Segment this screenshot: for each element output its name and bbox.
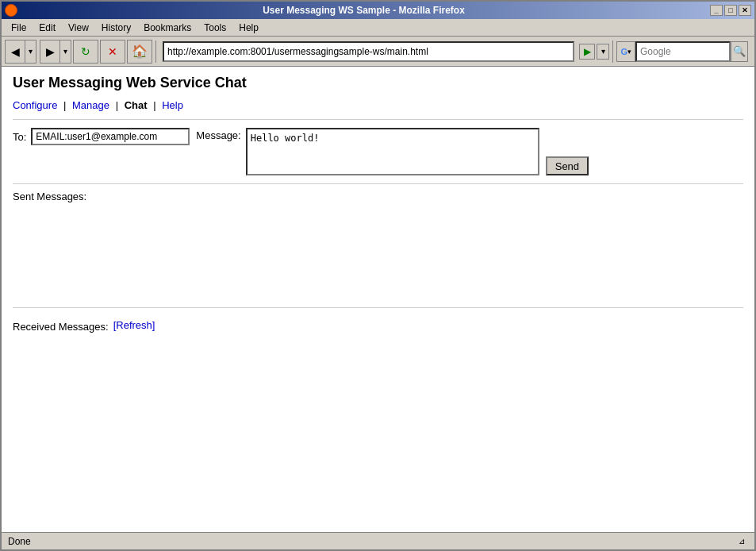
- search-area: G ▾ 🔍: [616, 41, 748, 62]
- app-icon: [5, 4, 17, 17]
- back-button[interactable]: ◀: [5, 40, 25, 64]
- search-go-button[interactable]: 🔍: [731, 41, 748, 62]
- google-icon: G: [620, 47, 627, 56]
- window-controls: _ □ ✕: [710, 5, 751, 16]
- received-messages-area: [13, 336, 743, 495]
- toolbar-separator2: [612, 40, 613, 63]
- back-forward-group: ◀ ▾: [5, 40, 36, 64]
- sent-messages-area: [13, 206, 743, 301]
- message-label: Message:: [196, 129, 240, 141]
- page-title: User Messaging Web Service Chat: [13, 75, 743, 91]
- to-label: To:: [13, 131, 26, 143]
- window-title: User Messaging WS Sample - Mozilla Firef…: [17, 5, 710, 16]
- nav-sep-2: |: [116, 99, 118, 111]
- nav-manage[interactable]: Manage: [72, 99, 109, 111]
- sent-separator: [13, 307, 743, 308]
- browser-window: User Messaging WS Sample - Mozilla Firef…: [0, 0, 756, 551]
- message-textarea[interactable]: Hello world!: [246, 128, 539, 175]
- title-bar: User Messaging WS Sample - Mozilla Firef…: [2, 2, 754, 19]
- refresh-link[interactable]: [Refresh]: [113, 319, 155, 331]
- close-button[interactable]: ✕: [739, 5, 751, 16]
- search-engine-button[interactable]: G ▾: [616, 41, 635, 62]
- message-section: Message: Hello world!: [196, 128, 539, 175]
- menu-bar: File Edit View History Bookmarks Tools H…: [2, 19, 754, 37]
- menu-history[interactable]: History: [95, 21, 137, 35]
- form-separator: [13, 183, 743, 184]
- menu-edit[interactable]: Edit: [33, 21, 62, 35]
- nav-sep-1: |: [63, 99, 66, 111]
- toolbar: ◀ ▾ ▶ ▾ ↻ ✕ 🏠 ▶ ▾ G ▾ 🔍: [2, 37, 754, 67]
- status-bar: Done ⊿: [2, 532, 754, 549]
- address-bar-group: ▶ ▾: [159, 41, 609, 62]
- menu-help[interactable]: Help: [232, 21, 265, 35]
- nav-separator: [13, 119, 743, 120]
- menu-file[interactable]: File: [5, 21, 33, 35]
- forward-dropdown[interactable]: ▾: [60, 40, 71, 64]
- received-section: Received Messages: [Refresh]: [13, 314, 743, 336]
- search-icon: 🔍: [733, 45, 746, 57]
- nav-configure[interactable]: Configure: [13, 99, 57, 111]
- send-button[interactable]: Send: [546, 156, 589, 175]
- minimize-button[interactable]: _: [710, 5, 723, 16]
- resize-handle[interactable]: ⊿: [735, 535, 748, 548]
- nav-help[interactable]: Help: [162, 99, 183, 111]
- address-bar: [163, 41, 574, 62]
- nav-links: Configure | Manage | Chat | Help: [13, 99, 743, 111]
- address-dropdown[interactable]: ▾: [597, 44, 609, 60]
- menu-bookmarks[interactable]: Bookmarks: [137, 21, 198, 35]
- received-messages-label: Received Messages:: [13, 321, 109, 333]
- to-section: To:: [13, 128, 190, 145]
- refresh-button[interactable]: ↻: [73, 40, 98, 64]
- go-button[interactable]: ▶: [579, 44, 595, 60]
- status-text: Done: [8, 536, 31, 547]
- home-button[interactable]: 🏠: [127, 40, 152, 64]
- to-input[interactable]: [31, 128, 190, 145]
- toolbar-separator: [155, 40, 156, 63]
- page-content: User Messaging Web Service Chat Configur…: [2, 67, 754, 532]
- forward-button[interactable]: ▶: [40, 40, 60, 64]
- content-area: User Messaging Web Service Chat Configur…: [2, 67, 754, 532]
- menu-view[interactable]: View: [62, 21, 95, 35]
- search-input[interactable]: [635, 41, 731, 62]
- nav-sep-3: |: [153, 99, 155, 111]
- sent-messages-label: Sent Messages:: [13, 191, 743, 202]
- forward-group: ▶ ▾: [40, 40, 71, 64]
- menu-tools[interactable]: Tools: [198, 21, 232, 35]
- stop-button[interactable]: ✕: [100, 40, 125, 64]
- search-engine-dropdown-icon: ▾: [627, 48, 631, 56]
- address-input[interactable]: [167, 46, 570, 57]
- back-dropdown[interactable]: ▾: [25, 40, 36, 64]
- maximize-button[interactable]: □: [724, 5, 737, 16]
- nav-chat[interactable]: Chat: [125, 99, 148, 111]
- message-form: To: Message: Hello world! Send: [13, 128, 743, 175]
